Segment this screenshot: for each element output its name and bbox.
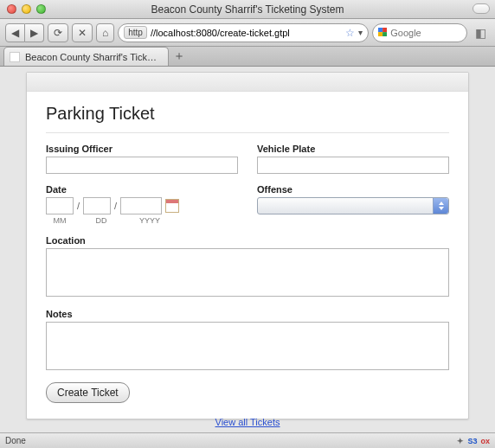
browser-tab[interactable]: Beacon County Sharrif's Ticketing ... [3, 47, 169, 66]
stop-button[interactable]: ✕ [72, 23, 93, 42]
toolbar-toggle-button[interactable] [472, 3, 490, 14]
search-box[interactable] [372, 23, 467, 42]
home-button[interactable]: ⌂ [96, 23, 114, 42]
notes-label: Notes [46, 309, 449, 319]
new-tab-button[interactable]: ＋ [169, 47, 190, 66]
date-sep: / [114, 201, 117, 211]
create-ticket-button[interactable]: Create Ticket [46, 382, 130, 403]
notes-textarea[interactable] [46, 322, 449, 370]
offense-select[interactable] [257, 197, 449, 214]
vehicle-plate-input[interactable] [257, 157, 449, 174]
status-badge: S3 [467, 437, 477, 445]
calendar-icon[interactable] [165, 199, 179, 213]
status-badge: ox [480, 437, 490, 445]
browser-toolbar: ◀ ▶ ⟳ ✕ ⌂ http ☆ ▾ ◧ [0, 19, 495, 47]
svg-rect-2 [378, 32, 382, 36]
card-header [27, 73, 468, 92]
plate-label: Vehicle Plate [257, 144, 449, 154]
url-input[interactable] [151, 28, 342, 38]
issuing-officer-input[interactable] [46, 157, 238, 174]
location-textarea[interactable] [46, 248, 449, 297]
google-icon [378, 28, 387, 38]
date-label: Date [46, 184, 238, 195]
url-dropdown-icon[interactable]: ▾ [358, 28, 363, 37]
svg-rect-1 [382, 28, 387, 32]
view-all-tickets-link[interactable]: View all Tickets [215, 417, 280, 427]
url-scheme-badge: http [124, 26, 147, 39]
date-sep: / [77, 201, 80, 211]
location-label: Location [46, 235, 449, 246]
search-input[interactable] [390, 28, 461, 38]
content-card: Parking Ticket Issuing Officer Vehicle P… [26, 72, 469, 419]
status-text: Done [5, 436, 26, 445]
status-bar: Done ✦ S3 ox [0, 432, 495, 448]
tab-favicon [10, 52, 20, 62]
svg-rect-3 [382, 32, 387, 36]
officer-label: Issuing Officer [46, 144, 238, 154]
date-month-input[interactable] [46, 197, 74, 214]
offense-label: Offense [257, 184, 449, 195]
page-viewport: Parking Ticket Issuing Officer Vehicle P… [0, 67, 495, 432]
address-bar[interactable]: http ☆ ▾ [118, 23, 369, 42]
status-badge: ✦ [457, 437, 464, 445]
date-year-input[interactable] [120, 197, 162, 214]
tab-bar: Beacon County Sharrif's Ticketing ... ＋ [0, 47, 495, 67]
toolbar-overflow-icon[interactable]: ◧ [471, 23, 490, 42]
hint-mm: MM [46, 216, 74, 225]
tab-title: Beacon County Sharrif's Ticketing ... [25, 52, 159, 62]
window-titlebar: Beacon County Sharrif's Ticketing System [0, 0, 495, 19]
hint-yyyy: YYYY [129, 216, 170, 225]
reload-button[interactable]: ⟳ [48, 23, 68, 42]
back-button[interactable]: ◀ [5, 23, 25, 42]
window-title: Beacon County Sharrif's Ticketing System [0, 3, 495, 16]
select-arrows-icon [433, 198, 448, 214]
status-badges: ✦ S3 ox [457, 437, 490, 445]
divider [46, 132, 449, 133]
bookmark-star-icon[interactable]: ☆ [345, 27, 355, 39]
traffic-lights [0, 4, 46, 14]
hint-dd: DD [87, 216, 115, 225]
page-title: Parking Ticket [46, 104, 449, 124]
zoom-window-button[interactable] [36, 4, 46, 14]
date-day-input[interactable] [83, 197, 111, 214]
forward-button[interactable]: ▶ [25, 23, 44, 42]
svg-rect-0 [378, 28, 382, 32]
minimize-window-button[interactable] [22, 4, 31, 14]
date-hints: MM DD YYYY [46, 216, 238, 225]
close-window-button[interactable] [7, 4, 16, 14]
